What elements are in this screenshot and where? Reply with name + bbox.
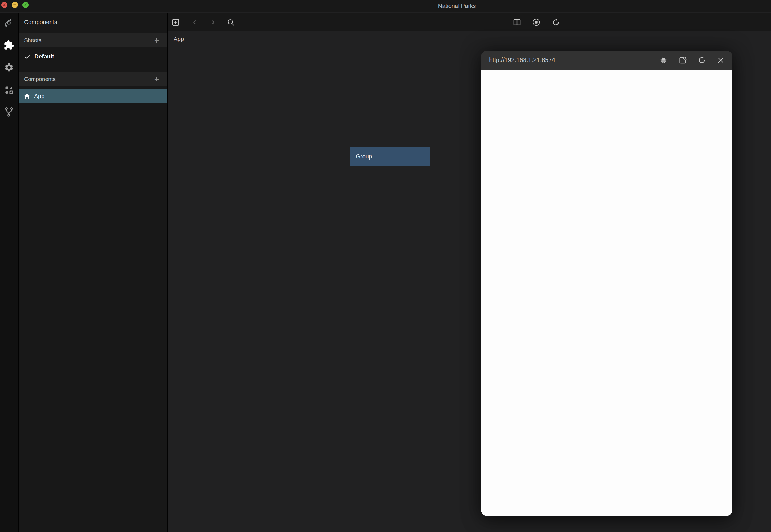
preview-header: http://192.168.1.21:8574 [481,51,732,70]
forward-button[interactable] [206,13,220,31]
rail-components-button[interactable] [0,83,18,97]
home-icon [24,93,30,100]
preview-window: http://192.168.1.21:8574 [481,51,732,516]
back-icon [191,19,198,26]
sidebar-spacer [19,63,167,70]
git-branch-icon [4,107,14,117]
forward-icon [209,19,217,26]
stop-button[interactable] [532,13,541,31]
refresh-icon [551,18,560,27]
sheet-row-default[interactable]: Default [19,50,167,63]
search-button[interactable] [224,13,237,31]
maximize-window-button[interactable] [22,2,29,8]
traffic-lights [1,2,29,8]
sheet-row-label: Default [34,53,54,60]
flow-icon [4,18,14,28]
group-element-label: Group [356,153,372,160]
minimize-icon [13,3,17,7]
check-icon [24,53,31,60]
split-view-icon [513,18,522,27]
preview-refresh-button[interactable] [697,54,706,66]
debug-button[interactable] [659,54,668,66]
rail-extensions-button[interactable] [0,38,18,52]
add-component-button[interactable]: + [152,75,161,83]
rail-flow-button[interactable] [0,16,18,30]
toolbar-right-group [512,13,560,31]
activity-rail [0,13,19,532]
sheets-section-label: Sheets [24,37,41,43]
search-icon [226,18,235,27]
preview-close-button[interactable] [716,54,726,66]
add-sheet-icon [171,18,180,27]
maximize-icon [24,3,27,7]
debug-icon [659,56,668,65]
add-sheet-button[interactable]: + [152,36,161,44]
group-element[interactable]: Group [350,147,430,166]
reload-preview-button[interactable] [551,13,560,31]
canvas-toolbar [168,13,771,31]
design-canvas[interactable]: App Group http://192.168.1.21:8574 [168,31,771,532]
split-view-button[interactable] [512,13,522,31]
components-section-label: Components [24,76,56,82]
titlebar: National Parks [0,0,771,12]
sheets-section-header: Sheets + [19,33,167,47]
extensions-icon [4,40,14,51]
close-window-button[interactable] [1,2,7,8]
component-row-label: App [34,93,44,100]
components-sidebar: Components Sheets + Default Components +… [19,13,168,532]
preview-actions [659,54,732,66]
component-row-app[interactable]: App [19,89,167,103]
window-title: National Parks [431,0,484,12]
back-button[interactable] [188,13,201,31]
minimize-window-button[interactable] [12,2,18,8]
close-icon [717,56,725,65]
sidebar-title: Components [19,13,167,31]
components-icon [4,85,14,95]
preview-content[interactable] [481,70,732,516]
add-sheet-toolbar-button[interactable] [168,13,182,31]
open-page-button[interactable] [678,54,687,66]
rail-git-branch-button[interactable] [0,105,18,119]
rail-settings-button[interactable] [0,61,18,74]
preview-url-field[interactable]: http://192.168.1.21:8574 [481,57,659,64]
components-section-header: Components + [19,72,167,86]
settings-icon [4,62,14,72]
stop-icon [532,18,541,27]
close-icon [3,3,6,7]
refresh-icon [697,56,706,65]
open-page-icon [678,56,687,65]
breadcrumb[interactable]: App [173,36,184,43]
